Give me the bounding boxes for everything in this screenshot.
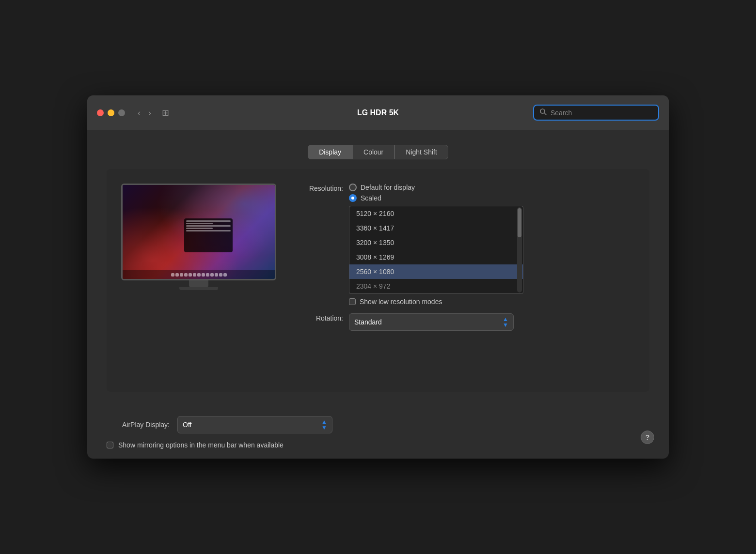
tab-bar: Display Colour Night Shift [107,145,649,159]
resolution-controls: Default for display Scaled [349,184,523,306]
dock-dot [206,273,209,277]
resolution-item[interactable]: 3200 × 1350 [349,235,523,250]
search-icon [540,108,547,117]
airplay-select[interactable]: Off ▲ ▼ [177,416,332,433]
tab-display[interactable]: Display [308,145,352,159]
grid-button[interactable]: ⊞ [158,106,173,120]
resolution-scaled-option[interactable]: Scaled [349,194,523,202]
titlebar: ‹ › ⊞ LG HDR 5K [87,95,669,130]
search-box[interactable] [533,105,659,121]
dock-dot [223,273,227,277]
svg-line-1 [545,113,547,115]
dock-dot [215,273,218,277]
search-input[interactable] [551,109,652,117]
tab-colour[interactable]: Colour [352,145,394,159]
resolution-default-label: Default for display [361,184,415,191]
main-panel: Resolution: Default for display [107,169,649,392]
airplay-label: AirPlay Display: [107,421,170,429]
low-res-label: Show low resolution modes [360,298,442,306]
rotation-arrows-icon: ▲ ▼ [503,316,508,328]
window-title: LG HDR 5K [357,108,399,117]
close-button[interactable] [97,109,104,116]
resolution-default-radio[interactable] [349,184,357,191]
resolution-item[interactable]: 3360 × 1417 [349,221,523,235]
mirroring-checkbox[interactable] [107,442,113,448]
resolution-item[interactable]: 5120 × 2160 [349,206,523,221]
resolution-scaled-radio[interactable] [349,194,357,202]
rotation-label: Rotation: [296,313,349,322]
resolution-item[interactable]: 3008 × 1269 [349,250,523,264]
back-button[interactable]: ‹ [135,107,143,119]
airplay-arrows-icon: ▲ ▼ [321,419,327,431]
resolution-list[interactable]: 5120 × 2160 3360 × 1417 3200 × 1350 3008… [349,206,523,293]
dock-dot [193,273,196,277]
dock-dot [175,273,179,277]
mirroring-label: Show mirroring options in the menu bar w… [118,441,284,449]
settings-panel: Resolution: Default for display [296,184,635,339]
monitor-screen [123,185,275,279]
dialog-preview [184,218,233,252]
scrollbar[interactable] [517,207,522,292]
resolution-item-partial[interactable]: 2304 × 972 [349,279,523,293]
tab-night-shift[interactable]: Night Shift [394,145,448,159]
low-res-row: Show low resolution modes [349,298,523,306]
rotation-value: Standard [354,318,499,326]
monitor-base [179,287,218,290]
resolution-item-selected[interactable]: 2560 × 1080 [349,264,523,279]
airplay-value: Off [183,421,317,429]
resolution-default-option[interactable]: Default for display [349,184,523,191]
resolution-row: Resolution: Default for display [296,184,635,306]
main-window: ‹ › ⊞ LG HDR 5K Display Colour Night Shi… [87,95,669,459]
dock-dots [171,273,227,277]
minimize-button[interactable] [108,109,114,116]
resolution-label: Resolution: [296,184,349,192]
monitor-preview [121,184,276,290]
monitor-frame [121,184,276,280]
rotation-select[interactable]: Standard ▲ ▼ [349,313,514,331]
dock-dot [210,273,214,277]
monitor-taskbar [123,270,275,279]
mirroring-row: Show mirroring options in the menu bar w… [107,441,649,449]
help-button[interactable]: ? [641,431,654,444]
radio-inner-dot [351,197,354,200]
traffic-lights [97,109,125,116]
dock-dot [180,273,183,277]
monitor-stand [189,280,208,287]
dock-dot [197,273,201,277]
rotation-row: Rotation: Standard ▲ ▼ [296,313,635,331]
content-area: Display Colour Night Shift [87,130,669,406]
dock-dot [219,273,222,277]
nav-buttons: ‹ › [135,107,154,119]
bottom-section: AirPlay Display: Off ▲ ▼ Show mirroring … [87,406,669,459]
low-res-checkbox[interactable] [349,298,356,305]
dock-dot [171,273,174,277]
scrollbar-thumb[interactable] [518,208,521,237]
airplay-row: AirPlay Display: Off ▲ ▼ [107,416,649,433]
resolution-scaled-label: Scaled [361,194,381,202]
maximize-button[interactable] [118,109,125,116]
forward-button[interactable]: › [145,107,154,119]
resolution-radio-group: Default for display Scaled [349,184,523,202]
dock-dot [202,273,205,277]
dock-dot [184,273,188,277]
resolution-list-container: 5120 × 2160 3360 × 1417 3200 × 1350 3008… [349,206,523,294]
svg-point-0 [540,109,545,113]
dock-dot [189,273,192,277]
